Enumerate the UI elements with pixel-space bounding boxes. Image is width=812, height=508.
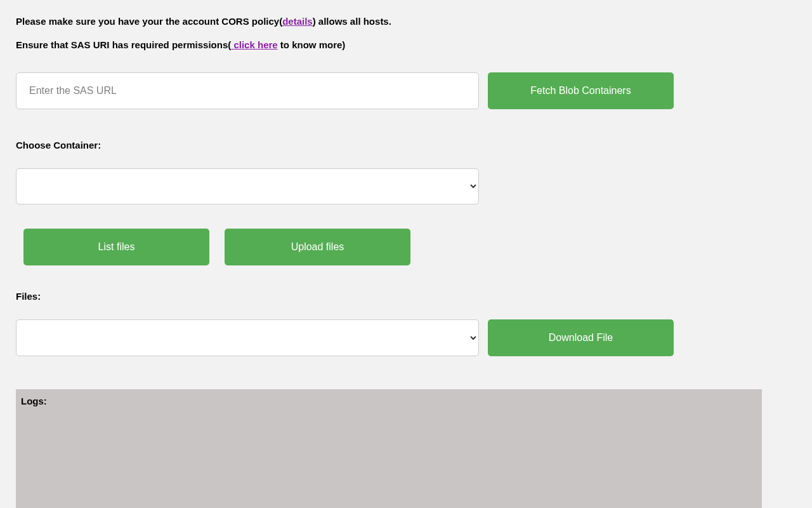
sas-notice: Ensure that SAS URI has required permiss… [16, 39, 796, 50]
files-row: Download File [16, 319, 796, 356]
logs-title: Logs: [21, 396, 757, 406]
upload-files-button[interactable]: Upload files [225, 229, 410, 265]
logs-panel: Logs: [16, 389, 762, 508]
fetch-containers-button[interactable]: Fetch Blob Containers [488, 72, 674, 109]
sas-url-row: Fetch Blob Containers [16, 72, 796, 109]
files-select[interactable] [16, 319, 479, 356]
sas-click-here-link[interactable]: click here [231, 39, 277, 50]
download-file-button[interactable]: Download File [488, 319, 674, 356]
container-select[interactable] [16, 168, 479, 204]
cors-notice: Please make sure you have your the accou… [16, 16, 796, 27]
list-files-button[interactable]: List files [23, 229, 209, 265]
cors-notice-post: ) allows all hosts. [313, 16, 391, 27]
sas-notice-pre: Ensure that SAS URI has required permiss… [16, 39, 231, 50]
sas-url-input[interactable] [16, 72, 479, 109]
action-buttons-row: List files Upload files [16, 229, 796, 265]
sas-notice-post: to know more) [278, 39, 346, 50]
files-label: Files: [16, 291, 796, 302]
container-row [16, 168, 796, 204]
choose-container-label: Choose Container: [16, 140, 796, 150]
cors-notice-pre: Please make sure you have your the accou… [16, 16, 282, 27]
cors-details-link[interactable]: details [282, 16, 313, 27]
